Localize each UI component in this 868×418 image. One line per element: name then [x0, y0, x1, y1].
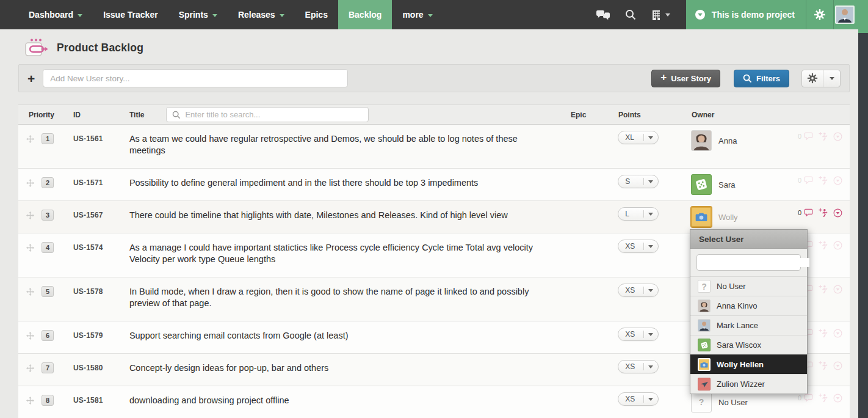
chevron-down-icon — [648, 365, 653, 369]
nav-item-sprints[interactable]: Sprints — [168, 0, 228, 29]
comment-icon[interactable] — [804, 208, 813, 217]
add-to-sprint-icon[interactable] — [819, 329, 828, 338]
more-actions-icon[interactable] — [833, 241, 842, 250]
story-title[interactable]: Support searching email contacts from Go… — [122, 321, 570, 353]
story-title[interactable]: As a team we could have regular retrospe… — [122, 125, 570, 168]
add-to-sprint-icon[interactable] — [819, 176, 828, 185]
user-search-input[interactable] — [702, 258, 809, 267]
filters-button[interactable]: Filters — [734, 70, 789, 87]
add-to-sprint-icon[interactable] — [819, 285, 828, 294]
story-id[interactable]: US-1579 — [66, 321, 122, 353]
user-option-anna[interactable]: Anna Kinvo — [690, 296, 807, 315]
nav-item-more[interactable]: more — [392, 0, 443, 29]
header-points[interactable]: Points — [618, 111, 692, 119]
add-to-sprint-icon[interactable] — [819, 241, 828, 250]
comment-icon[interactable] — [804, 394, 813, 402]
priority-badge: 5 — [42, 286, 54, 297]
owner-cell[interactable]: Wolly — [691, 201, 798, 233]
user-option-zulion[interactable]: Zulion Wizzer — [690, 374, 807, 394]
drag-handle[interactable] — [18, 386, 39, 418]
camera-avatar — [698, 358, 711, 371]
table-row: 1 US-1561 As a team we could have regula… — [18, 125, 850, 169]
nav-item-backlog[interactable]: Backlog — [338, 0, 392, 29]
owner-cell[interactable]: Sara — [691, 169, 798, 200]
story-id[interactable]: US-1581 — [66, 386, 122, 418]
nav-item-releases[interactable]: Releases — [228, 0, 295, 29]
points-select[interactable]: XS — [618, 328, 659, 341]
story-id[interactable]: US-1578 — [66, 277, 122, 321]
drag-handle[interactable] — [18, 233, 39, 277]
title-search-input[interactable] — [185, 110, 363, 119]
user-option-no-user[interactable]: ? No User — [690, 276, 807, 296]
add-story-plus-icon[interactable]: + — [27, 72, 35, 85]
drag-handle[interactable] — [18, 125, 39, 168]
story-title[interactable]: downloading and browsing project offline — [122, 386, 570, 418]
add-to-sprint-icon[interactable] — [819, 208, 828, 218]
story-title[interactable]: Possibility to define general impediment… — [122, 169, 570, 200]
story-title[interactable]: Concept-ly design ideas for pop-up, bar … — [122, 354, 570, 386]
story-id[interactable]: US-1574 — [66, 233, 122, 277]
points-value: S — [625, 177, 630, 186]
user-option-sara[interactable]: Sara Wiscox — [690, 335, 807, 354]
points-select[interactable]: S — [618, 175, 659, 188]
scrollbar[interactable] — [858, 33, 868, 418]
story-title[interactable]: In Build mode, when I draw a region, the… — [122, 277, 570, 321]
header-epic[interactable]: Epic — [571, 111, 618, 119]
points-select[interactable]: XS — [618, 392, 659, 406]
story-title[interactable]: As a manage I could have important stati… — [122, 233, 570, 277]
story-id[interactable]: US-1567 — [66, 201, 122, 233]
divider — [643, 134, 644, 141]
user-story-button[interactable]: + User Story — [651, 70, 720, 87]
more-actions-icon[interactable] — [833, 329, 842, 338]
add-to-sprint-icon[interactable] — [819, 132, 828, 141]
owner-name: Wolly — [718, 213, 738, 222]
more-actions-icon[interactable] — [833, 394, 842, 403]
user-option-mark[interactable]: Mark Lance — [690, 315, 807, 335]
points-select[interactable]: XS — [618, 360, 659, 373]
gear-icon[interactable] — [802, 70, 823, 87]
add-story-input[interactable] — [43, 69, 348, 87]
nav-item-dashboard[interactable]: Dashboard — [18, 0, 93, 29]
user-avatar[interactable] — [835, 6, 855, 24]
add-to-sprint-icon[interactable] — [819, 394, 828, 403]
header-priority[interactable]: Priority — [18, 111, 66, 119]
drag-handle[interactable] — [18, 277, 39, 321]
story-id[interactable]: US-1580 — [66, 354, 122, 386]
points-select[interactable]: XL — [618, 131, 659, 144]
header-id[interactable]: ID — [66, 111, 122, 119]
more-actions-icon[interactable] — [833, 285, 842, 294]
priority-badge: 3 — [42, 210, 54, 221]
chevron-down-icon[interactable] — [823, 70, 840, 87]
drag-handle[interactable] — [18, 321, 39, 353]
chevron-down-icon — [428, 14, 433, 17]
more-actions-icon[interactable] — [833, 176, 842, 185]
story-id[interactable]: US-1571 — [66, 169, 122, 200]
points-select[interactable]: XS — [618, 284, 659, 297]
points-select[interactable]: XS — [618, 240, 659, 253]
project-selector[interactable]: This is demo project — [686, 0, 868, 29]
nav-item-issue-tracker[interactable]: Issue Tracker — [93, 0, 168, 29]
more-actions-icon[interactable] — [833, 361, 842, 370]
story-id[interactable]: US-1561 — [66, 125, 122, 168]
settings-gear-icon[interactable] — [806, 0, 833, 29]
search-icon[interactable] — [618, 9, 643, 20]
story-title[interactable]: There could be timeline that higlights w… — [122, 201, 570, 233]
add-to-sprint-icon[interactable] — [819, 361, 828, 370]
grid-settings-split-button[interactable] — [801, 70, 841, 87]
drag-handle[interactable] — [18, 354, 39, 386]
owner-cell[interactable]: Anna — [691, 125, 798, 168]
chat-icon[interactable] — [588, 10, 618, 20]
header-title[interactable]: Title — [129, 111, 144, 119]
drag-handle[interactable] — [18, 169, 39, 200]
page-title: Product Backlog — [57, 42, 143, 54]
more-actions-icon[interactable] — [833, 132, 842, 141]
drag-handle[interactable] — [18, 201, 39, 233]
comment-icon[interactable] — [804, 132, 813, 141]
header-owner[interactable]: Owner — [692, 111, 798, 119]
user-option-wolly-selected[interactable]: Wolly Hellen — [690, 354, 807, 374]
more-actions-icon[interactable] — [833, 208, 842, 218]
comment-icon[interactable] — [804, 176, 813, 185]
nav-item-epics[interactable]: Epics — [295, 0, 338, 29]
projects-grid-icon[interactable] — [643, 10, 678, 20]
points-select[interactable]: L — [618, 207, 659, 221]
